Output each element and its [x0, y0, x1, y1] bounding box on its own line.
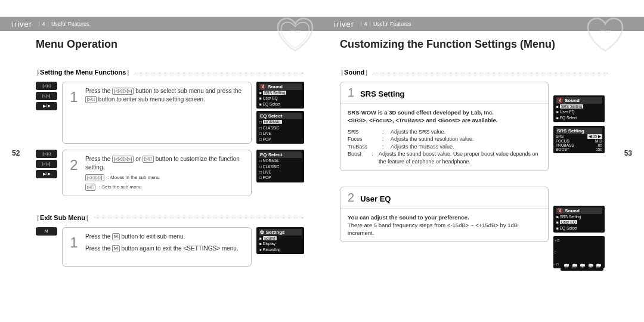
hw-buttons: |◁◁ ▷▷| ▶/■ — [36, 150, 57, 196]
lcd-sound-menu: 🔇Sound ■ SRS Setting ■ User EQ ■ EQ Sele… — [256, 82, 304, 109]
step-box: 1 Press the M button to exit sub menu. P… — [62, 227, 252, 267]
feature-desc: There are 5 band frequency steps from <-… — [348, 221, 541, 237]
breadcrumb-section: 4 — [42, 21, 45, 27]
gear-icon: ✿ — [260, 230, 264, 235]
step-row: M 1 Press the M button to exit sub menu.… — [36, 227, 304, 267]
play-stop-button-icon: ▷/□ — [85, 96, 97, 103]
page-left: iriver | 4 | Useful Features iriver 52 M… — [0, 0, 322, 322]
separator: | — [48, 21, 49, 27]
brand-logo: iriver — [12, 20, 32, 29]
feature-bold-text: SRS-WOW is a 3D sound effect developed b… — [348, 109, 541, 116]
speaker-icon: 🔇 — [557, 208, 563, 213]
play-stop-button-icon: ▷/□ — [143, 156, 154, 163]
topbar-right: iriver | 4 | Useful Features — [322, 17, 644, 31]
step-row: |◁◁ ▷▷| ▶/■ 1 Press the |◁◁ ▷▷| button t… — [36, 82, 304, 144]
feature-box-usereq: 2 User EQ You can adjust the sound to yo… — [340, 187, 549, 243]
page-number: 53 — [624, 149, 632, 157]
section-heading: |Exit Sub Menu| — [36, 214, 304, 221]
separator: | — [38, 21, 39, 27]
page-number: 52 — [12, 149, 20, 157]
hw-buttons: |◁◁ ▷▷| ▶/■ — [36, 82, 57, 144]
speaker-icon: 🔇 — [260, 84, 266, 89]
breadcrumb-label: Useful Features — [373, 21, 411, 27]
next-button-icon: ▷▷| — [36, 160, 57, 168]
section-heading: |Setting the Menu Functions| — [36, 69, 304, 76]
feature-name: User EQ — [360, 194, 391, 203]
section-heading: |Sound| — [340, 69, 608, 76]
feature-number: 2 — [348, 191, 354, 205]
lcd-group-usereq: 🔇Sound ■ SRS Setting ■ User EQ ■ EQ Sele… — [553, 206, 605, 268]
page-right: iriver | 4 | Useful Features iriver 53 C… — [322, 0, 644, 322]
page-title: Menu Operation — [36, 38, 304, 51]
lcd-eqselect: EQ Select □ NORMAL □ CLASSIC □ LIVE □ PO… — [256, 150, 304, 182]
page-title: Customizing the Function Settings (Menu) — [340, 38, 608, 51]
step-number: 1 — [69, 233, 79, 261]
step-text: Press the |◁◁ ▷▷| or ▷/□ button to custo… — [85, 155, 245, 191]
params-table: SRS:Adjusts the SRS value. Focus:Adjusts… — [348, 128, 541, 166]
feature-bold-text: <SRS>, <Focus>, <TruBass> and <Boost> ar… — [348, 116, 541, 124]
lcd-column: ✿Settings ■ Sound ■ Display ● Recording — [256, 227, 304, 267]
prev-button-icon: |◁◁ — [36, 150, 57, 158]
feature-box-srs: 1 SRS Setting SRS-WOW is a 3D sound effe… — [340, 82, 549, 171]
breadcrumb-section: 4 — [364, 21, 367, 27]
step-text: Press the M button to exit sub menu. Pre… — [85, 233, 245, 261]
feature-name: SRS Setting — [360, 89, 404, 98]
lcd-eq-graphic: +15 0 -15 50 200 1K 5K MK — [553, 236, 605, 268]
brand-logo: iriver — [334, 20, 354, 29]
lcd-settings-menu: ✿Settings ■ Sound ■ Display ● Recording — [256, 227, 304, 254]
play-button-icon: ▶/■ — [36, 170, 57, 178]
lcd-srs-setting: SRS Setting SRS◀ 05 ▶ FOCUSMID TRUBASS05… — [553, 126, 605, 153]
lcd-sound-menu: 🔇Sound ■ SRS Setting ■ User EQ ■ EQ Sele… — [553, 206, 605, 233]
nav-button-icon: |◁◁ ▷▷| — [112, 88, 134, 95]
m-button-icon: M — [112, 245, 120, 252]
lcd-eqselect: EQ Select □ NORMAL □ CLASSIC □ LIVE □ PO… — [256, 111, 304, 144]
speaker-icon: 🔇 — [557, 98, 563, 103]
feature-bold-text: You can adjust the sound to your prefere… — [348, 213, 541, 221]
lcd-group-srs: 🔇Sound ■ SRS Setting ■ User EQ ■ EQ Sele… — [553, 95, 605, 153]
lcd-column: 🔇Sound ■ SRS Setting ■ User EQ ■ EQ Sele… — [256, 82, 304, 144]
step-row: |◁◁ ▷▷| ▶/■ 2 Press the |◁◁ ▷▷| or ▷/□ b… — [36, 150, 304, 196]
nav-button-icon: |◁◁ ▷▷| — [112, 156, 134, 163]
step-number: 1 — [69, 87, 79, 138]
lcd-column: EQ Select □ NORMAL □ CLASSIC □ LIVE □ PO… — [256, 150, 304, 196]
step-box: 2 Press the |◁◁ ▷▷| or ▷/□ button to cus… — [62, 150, 252, 196]
hw-buttons: M — [36, 227, 57, 267]
lcd-sound-menu: 🔇Sound ■ SRS Setting ■ User EQ ■ EQ Sele… — [553, 95, 605, 122]
breadcrumb-label: Useful Features — [51, 21, 89, 27]
m-button-icon: M — [36, 227, 57, 236]
topbar-left: iriver | 4 | Useful Features — [0, 17, 322, 31]
next-button-icon: ▷▷| — [36, 92, 57, 100]
feature-number: 1 — [348, 86, 354, 100]
step-box: 1 Press the |◁◁ ▷▷| button to select sub… — [62, 82, 252, 144]
prev-button-icon: |◁◁ — [36, 82, 57, 90]
m-button-icon: M — [112, 233, 120, 240]
play-button-icon: ▶/■ — [36, 102, 57, 110]
step-number: 2 — [69, 155, 79, 191]
step-text: Press the |◁◁ ▷▷| button to select sub m… — [85, 87, 245, 138]
